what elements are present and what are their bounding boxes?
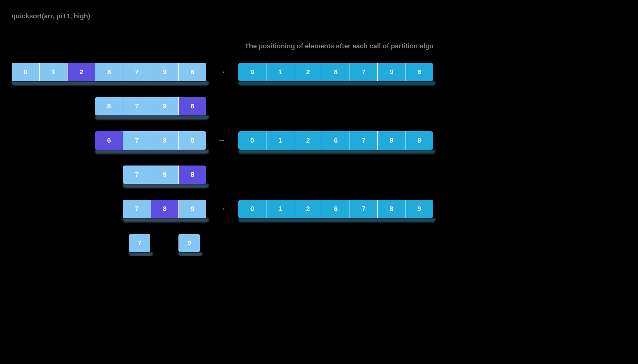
partition-row: 789 (123, 200, 206, 218)
array-cell: 8 (95, 97, 123, 115)
array-cell: 0 (238, 63, 266, 81)
array-cell: 9 (151, 131, 178, 150)
pivot-cell: 6 (95, 131, 123, 150)
array-cell: 0 (12, 63, 39, 81)
array-cell: 1 (266, 63, 294, 81)
array-cell: 9 (178, 234, 200, 252)
pivot-cell: 6 (178, 97, 206, 115)
right-caption: The positioning of elements after each c… (238, 42, 440, 51)
pivot-cell: 2 (67, 63, 95, 81)
array-cell: 8 (377, 200, 405, 218)
array-cell: 9 (405, 200, 433, 218)
divider (12, 27, 438, 27)
array-cell: 8 (178, 131, 206, 150)
array-cell: 2 (294, 63, 322, 81)
array-cell: 7 (123, 63, 151, 81)
partition-row: 6798 (95, 131, 206, 150)
array-cell: 9 (377, 131, 405, 150)
array-cell: 7 (123, 166, 151, 184)
arrow-right-icon: → (217, 203, 226, 214)
array-cell: 7 (129, 234, 150, 252)
result-row: 0128796 (238, 63, 433, 81)
array-cell: 6 (178, 63, 206, 81)
result-row: 0126798 (238, 131, 433, 150)
array-cell: 7 (350, 63, 377, 81)
array-cell: 2 (294, 131, 322, 150)
array-cell: 7 (123, 131, 151, 150)
result-row: 0126789 (238, 200, 433, 218)
arrow-right-icon: → (217, 135, 226, 145)
array-cell: 1 (39, 63, 67, 81)
leaf-cell-row: 7 (129, 234, 150, 252)
array-cell: 0 (238, 200, 266, 218)
array-cell: 6 (322, 131, 350, 150)
partition-row: 0128796 (12, 63, 206, 81)
arrow-right-icon: → (217, 67, 226, 77)
array-cell: 9 (377, 63, 405, 81)
array-cell: 1 (266, 131, 294, 150)
array-cell: 6 (322, 200, 350, 218)
leaf-cell-row: 9 (178, 234, 200, 252)
array-cell: 2 (294, 200, 322, 218)
array-cell: 9 (151, 63, 178, 81)
array-cell: 8 (95, 63, 123, 81)
array-cell: 6 (405, 63, 433, 81)
section-heading: quicksort(arr, pi+1, high) (0, 0, 449, 20)
array-cell: 9 (151, 97, 178, 115)
array-cell: 9 (151, 166, 178, 184)
array-cell: 7 (123, 200, 151, 218)
array-cell: 7 (123, 97, 151, 115)
partition-row: 8796 (95, 97, 206, 115)
array-cell: 8 (322, 63, 350, 81)
array-cell: 7 (350, 131, 377, 150)
pivot-cell: 8 (151, 200, 178, 218)
array-cell: 1 (266, 200, 294, 218)
array-cell: 9 (178, 200, 206, 218)
array-cell: 7 (350, 200, 377, 218)
array-cell: 0 (238, 131, 266, 150)
partition-row: 798 (123, 166, 206, 184)
pivot-cell: 8 (178, 166, 206, 184)
array-cell: 8 (405, 131, 433, 150)
